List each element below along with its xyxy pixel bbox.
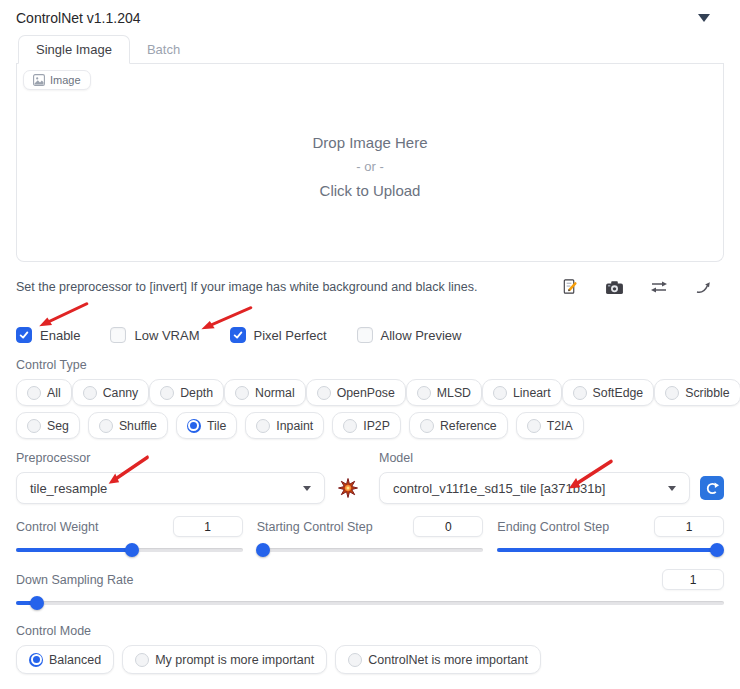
chip-label: Scribble bbox=[685, 386, 729, 400]
enable-label: Enable bbox=[40, 328, 80, 343]
slider-thumb[interactable] bbox=[710, 543, 724, 557]
radio-icon bbox=[27, 419, 41, 433]
send-dimensions-icon[interactable] bbox=[694, 277, 714, 297]
control-mode-balanced[interactable]: Balanced bbox=[16, 645, 114, 674]
checkbox-checked-icon bbox=[16, 327, 32, 343]
preprocessor-label: Preprocessor bbox=[16, 451, 361, 466]
slider-fill bbox=[16, 548, 132, 552]
checkbox-unchecked-icon bbox=[110, 327, 126, 343]
starting-step-input[interactable] bbox=[413, 516, 483, 537]
control-weight-group: Control Weight bbox=[16, 516, 243, 557]
control-mode-prompt-important[interactable]: My prompt is more important bbox=[122, 645, 327, 674]
control-type-inpaint[interactable]: Inpaint bbox=[245, 412, 324, 439]
control-type-all[interactable]: All bbox=[16, 379, 72, 406]
radio-icon bbox=[343, 419, 357, 433]
control-type-reference[interactable]: Reference bbox=[409, 412, 508, 439]
control-type-t2ia[interactable]: T2IA bbox=[516, 412, 584, 439]
control-mode-row: Balanced My prompt is more important Con… bbox=[16, 645, 724, 674]
run-preprocessor-button[interactable] bbox=[335, 475, 361, 501]
starting-step-label: Starting Control Step bbox=[257, 520, 373, 534]
starting-step-slider[interactable] bbox=[257, 543, 484, 557]
image-icon bbox=[33, 74, 45, 86]
control-type-seg[interactable]: Seg bbox=[16, 412, 80, 439]
chip-label: Balanced bbox=[49, 653, 101, 667]
options-row: Enable Low VRAM Pixel Perfect Allow Prev… bbox=[16, 326, 724, 344]
control-weight-label: Control Weight bbox=[16, 520, 98, 534]
tab-single-image[interactable]: Single Image bbox=[18, 35, 130, 64]
control-type-depth[interactable]: Depth bbox=[149, 379, 224, 406]
enable-checkbox[interactable]: Enable bbox=[16, 327, 80, 343]
ending-step-slider[interactable] bbox=[497, 543, 724, 557]
chip-label: Tile bbox=[207, 419, 226, 433]
new-canvas-icon[interactable] bbox=[559, 277, 579, 297]
down-sampling-slider[interactable] bbox=[16, 596, 724, 610]
control-type-row2: Seg Shuffle Tile Inpaint IP2P Reference … bbox=[16, 412, 724, 439]
control-type-softedge[interactable]: SoftEdge bbox=[562, 379, 655, 406]
allow-preview-checkbox[interactable]: Allow Preview bbox=[357, 327, 462, 343]
drop-instructions: Drop Image Here - or - Click to Upload bbox=[17, 134, 723, 199]
radio-icon bbox=[27, 386, 41, 400]
tab-batch[interactable]: Batch bbox=[130, 36, 197, 63]
ending-step-group: Ending Control Step bbox=[497, 516, 724, 557]
click-to-upload-text[interactable]: Click to Upload bbox=[17, 182, 723, 199]
control-type-tile[interactable]: Tile bbox=[176, 412, 237, 439]
preprocessor-model-row: Preprocessor tile_resample Model bbox=[16, 451, 724, 504]
control-weight-slider[interactable] bbox=[16, 543, 243, 557]
slider-track bbox=[16, 601, 724, 605]
control-type-normal[interactable]: Normal bbox=[224, 379, 306, 406]
control-type-label: Control Type bbox=[16, 358, 724, 373]
low-vram-checkbox[interactable]: Low VRAM bbox=[110, 327, 199, 343]
chip-label: OpenPose bbox=[337, 386, 395, 400]
model-label: Model bbox=[379, 451, 724, 466]
chip-label: All bbox=[47, 386, 61, 400]
control-weight-input[interactable] bbox=[173, 516, 243, 537]
down-sampling-input[interactable] bbox=[662, 569, 724, 590]
chip-label: Canny bbox=[103, 386, 139, 400]
pixel-perfect-checkbox[interactable]: Pixel Perfect bbox=[230, 327, 327, 343]
ending-step-input[interactable] bbox=[654, 516, 724, 537]
model-dropdown[interactable]: control_v11f1e_sd15_tile [a371b31b] bbox=[379, 472, 690, 504]
preprocessor-column: Preprocessor tile_resample bbox=[16, 451, 361, 504]
radio-icon bbox=[527, 419, 541, 433]
control-type-scribble[interactable]: Scribble bbox=[654, 379, 740, 406]
control-mode-controlnet-important[interactable]: ControlNet is more important bbox=[335, 645, 541, 674]
control-type-ip2p[interactable]: IP2P bbox=[332, 412, 401, 439]
allow-preview-label: Allow Preview bbox=[381, 328, 462, 343]
accordion-header[interactable]: ControlNet v1.1.204 bbox=[16, 8, 724, 28]
control-type-shuffle[interactable]: Shuffle bbox=[88, 412, 168, 439]
or-text: - or - bbox=[17, 159, 723, 174]
radio-icon bbox=[83, 386, 97, 400]
radio-icon bbox=[348, 653, 362, 667]
hint-row: Set the preprocessor to [invert] If your… bbox=[16, 276, 724, 298]
slider-thumb[interactable] bbox=[30, 596, 44, 610]
chevron-down-icon bbox=[668, 486, 676, 491]
preprocessor-dropdown[interactable]: tile_resample bbox=[16, 472, 325, 504]
radio-icon bbox=[235, 386, 249, 400]
model-column: Model control_v11f1e_sd15_tile [a371b31b… bbox=[379, 451, 724, 504]
webcam-icon[interactable] bbox=[604, 277, 624, 297]
radio-icon bbox=[99, 419, 113, 433]
checkbox-checked-icon bbox=[230, 327, 246, 343]
control-type-mlsd[interactable]: MLSD bbox=[406, 379, 482, 406]
image-dropzone[interactable]: Image Drop Image Here - or - Click to Up… bbox=[16, 64, 724, 262]
refresh-icon bbox=[705, 481, 720, 496]
mirror-webcam-icon[interactable] bbox=[649, 277, 669, 297]
drop-here-text: Drop Image Here bbox=[17, 134, 723, 151]
chevron-down-icon bbox=[303, 486, 311, 491]
tab-bar: Single Image Batch bbox=[16, 36, 724, 64]
chip-label: Seg bbox=[47, 419, 69, 433]
slider-thumb[interactable] bbox=[125, 543, 139, 557]
collapse-arrow-icon[interactable] bbox=[698, 14, 710, 22]
explosion-icon bbox=[338, 478, 358, 498]
slider-fill bbox=[497, 548, 717, 552]
control-type-canny[interactable]: Canny bbox=[72, 379, 150, 406]
control-type-lineart[interactable]: Lineart bbox=[482, 379, 562, 406]
slider-thumb[interactable] bbox=[256, 543, 270, 557]
radio-icon bbox=[160, 386, 174, 400]
image-component-label: Image bbox=[23, 70, 91, 90]
chip-label: Reference bbox=[440, 419, 497, 433]
controlnet-panel: ControlNet v1.1.204 Single Image Batch I… bbox=[0, 0, 740, 689]
chip-label: Lineart bbox=[513, 386, 551, 400]
refresh-models-button[interactable] bbox=[700, 476, 724, 500]
control-type-openpose[interactable]: OpenPose bbox=[306, 379, 406, 406]
